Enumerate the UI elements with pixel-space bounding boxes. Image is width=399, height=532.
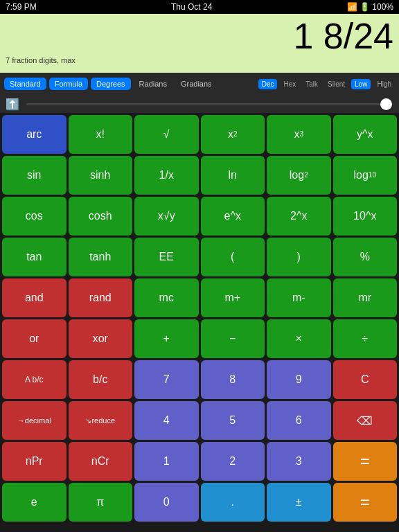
btn-mminus[interactable]: m-: [267, 278, 331, 317]
btn-8[interactable]: 8: [201, 360, 265, 399]
btn-3[interactable]: 3: [267, 442, 331, 481]
btn-minus[interactable]: −: [201, 319, 265, 358]
tab-formula[interactable]: Formula: [49, 78, 88, 90]
btn-2[interactable]: 2: [201, 442, 265, 481]
btn-pi[interactable]: π: [69, 483, 133, 522]
btn-equals-bottom[interactable]: =: [333, 483, 398, 522]
btn-abc[interactable]: A b/c: [2, 360, 66, 399]
btn-10powx[interactable]: 10^x: [333, 197, 398, 236]
btn-9[interactable]: 9: [267, 360, 331, 399]
btn-sin[interactable]: sin: [2, 156, 66, 195]
btn-epowx[interactable]: e^x: [201, 197, 265, 236]
btn-mplus[interactable]: m+: [201, 278, 265, 317]
btn-tan[interactable]: tan: [2, 238, 66, 276]
tab-radians[interactable]: Radians: [134, 78, 172, 90]
btn-talk[interactable]: Talk: [302, 79, 321, 89]
btn-sinh[interactable]: sinh: [69, 156, 133, 195]
btn-ln[interactable]: ln: [201, 156, 265, 195]
wifi-icon: 📶: [347, 2, 357, 12]
display-subtitle: 7 fraction digits, max: [6, 56, 393, 64]
btn-mr[interactable]: mr: [333, 278, 398, 317]
btn-rand[interactable]: rand: [69, 278, 133, 317]
status-bar: 7:59 PM Thu Oct 24 📶 🔋 100%: [0, 0, 399, 14]
tab-gradians[interactable]: Gradians: [175, 78, 218, 90]
btn-npr[interactable]: nPr: [2, 442, 66, 481]
btn-xor[interactable]: xor: [69, 319, 133, 358]
calc-grid: arc x! √ x2 x3 y^x sin sinh 1/x ln log2 …: [0, 113, 399, 524]
btn-0[interactable]: 0: [134, 483, 199, 522]
btn-e[interactable]: e: [2, 483, 66, 522]
time: 7:59 PM: [6, 2, 37, 12]
btn-1x[interactable]: 1/x: [134, 156, 199, 195]
battery: 📶 🔋 100%: [347, 2, 393, 12]
tab-degrees[interactable]: Degrees: [91, 78, 131, 90]
btn-hex[interactable]: Hex: [280, 79, 299, 89]
btn-and[interactable]: and: [2, 278, 66, 317]
btn-x2[interactable]: x2: [201, 115, 265, 154]
btn-EE[interactable]: EE: [134, 238, 199, 276]
btn-xfact[interactable]: x!: [69, 115, 133, 154]
btn-backspace[interactable]: ⌫: [333, 401, 398, 440]
share-row: ⬆️: [0, 95, 399, 113]
btn-log2[interactable]: log2: [267, 156, 331, 195]
btn-tanh[interactable]: tanh: [69, 238, 133, 276]
btn-sqrt[interactable]: √: [134, 115, 199, 154]
btn-1[interactable]: 1: [134, 442, 199, 481]
btn-equals-top[interactable]: =: [333, 442, 398, 481]
btn-divide[interactable]: ÷: [333, 319, 398, 358]
btn-clear[interactable]: C: [333, 360, 398, 399]
btn-ypowx[interactable]: y^x: [333, 115, 398, 154]
display-area: 1 8/24 7 fraction digits, max: [0, 14, 399, 73]
btn-silent[interactable]: Silent: [324, 79, 348, 89]
btn-cosh[interactable]: cosh: [69, 197, 133, 236]
btn-xrooty[interactable]: x√y: [134, 197, 199, 236]
btn-percent[interactable]: %: [333, 238, 398, 276]
btn-4[interactable]: 4: [134, 401, 199, 440]
btn-reduce[interactable]: ↘reduce: [69, 401, 133, 440]
btn-rparen[interactable]: ): [267, 238, 331, 276]
btn-ncr[interactable]: nCr: [69, 442, 133, 481]
btn-plus[interactable]: +: [134, 319, 199, 358]
btn-bc[interactable]: b/c: [69, 360, 133, 399]
date: Thu Oct 24: [171, 2, 212, 12]
btn-low[interactable]: Low: [351, 79, 371, 89]
btn-dec[interactable]: Dec: [258, 79, 278, 89]
btn-log10[interactable]: log10: [333, 156, 398, 195]
btn-high[interactable]: High: [373, 79, 395, 89]
btn-plusminus[interactable]: ±: [267, 483, 331, 522]
btn-6[interactable]: 6: [267, 401, 331, 440]
btn-7[interactable]: 7: [134, 360, 199, 399]
toolbar: Standard Formula Degrees Radians Gradian…: [0, 73, 399, 95]
battery-icon: 🔋 100%: [360, 2, 393, 12]
btn-5[interactable]: 5: [201, 401, 265, 440]
btn-lparen[interactable]: (: [201, 238, 265, 276]
btn-x3[interactable]: x3: [267, 115, 331, 154]
btn-cos[interactable]: cos: [2, 197, 66, 236]
btn-multiply[interactable]: ×: [267, 319, 331, 358]
btn-to-decimal[interactable]: →decimal: [2, 401, 66, 440]
btn-dot[interactable]: .: [201, 483, 265, 522]
share-icon[interactable]: ⬆️: [6, 98, 19, 111]
tab-standard[interactable]: Standard: [4, 78, 46, 90]
btn-or[interactable]: or: [2, 319, 66, 358]
btn-2powx[interactable]: 2^x: [267, 197, 331, 236]
btn-mc[interactable]: mc: [134, 278, 199, 317]
btn-arc[interactable]: arc: [2, 115, 66, 154]
display-value: 1 8/24: [6, 17, 393, 56]
